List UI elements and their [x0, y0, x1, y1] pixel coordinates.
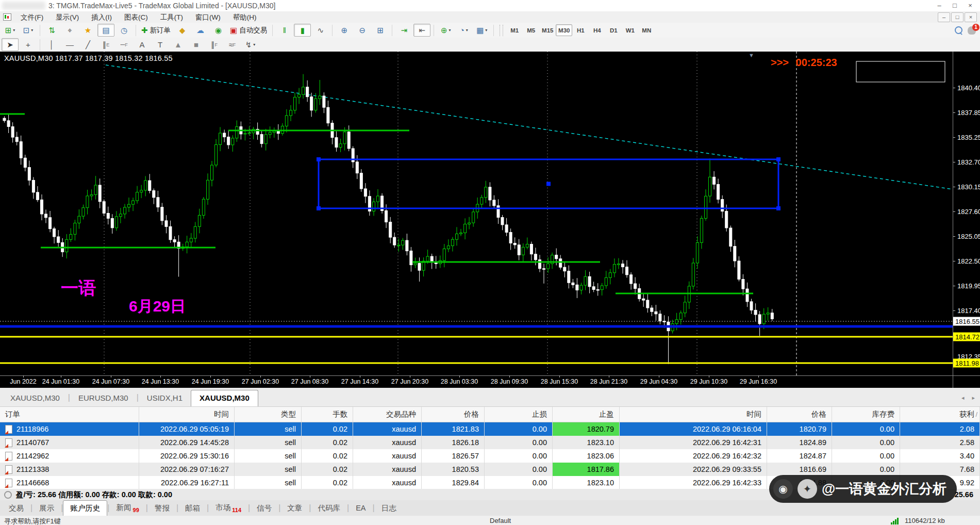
- profiles-button[interactable]: ⊡▾: [20, 24, 37, 37]
- chart-tab-0[interactable]: XAUUSD,M30: [2, 390, 68, 406]
- mdi-close-button[interactable]: ×: [965, 12, 977, 22]
- timeframe-mn[interactable]: MN: [638, 24, 655, 36]
- order-row-21118966[interactable]: 211189662022.06.29 05:05:19sell0.02xauus…: [0, 422, 980, 436]
- waves-tool[interactable]: ≈F: [224, 38, 241, 51]
- label-tool[interactable]: T: [152, 38, 169, 51]
- orders-header-3[interactable]: 手数: [302, 407, 353, 422]
- template-button[interactable]: ▦▾: [473, 24, 490, 37]
- terminal-tab-3[interactable]: 新闻 99: [109, 500, 145, 516]
- trendline-tool[interactable]: ╱: [79, 38, 96, 51]
- triangle-tool[interactable]: ▲: [170, 38, 187, 51]
- terminal-button[interactable]: ▤: [97, 24, 114, 37]
- chart-tab-2[interactable]: USIDX,H1: [139, 390, 191, 406]
- market-watch-button[interactable]: ⇅: [43, 24, 60, 37]
- mdi-minimize-button[interactable]: –: [938, 12, 950, 22]
- signals-button[interactable]: ◉: [210, 24, 227, 37]
- menu-item-5[interactable]: 窗口(W): [189, 12, 227, 23]
- terminal-tab-9[interactable]: 代码库: [311, 501, 347, 516]
- timeframe-m15[interactable]: M15: [539, 24, 556, 36]
- terminal-tab-6[interactable]: 市场 114: [209, 500, 248, 516]
- terminal-tab-5[interactable]: 邮箱: [178, 501, 207, 516]
- orders-header-7[interactable]: 止盈: [553, 407, 620, 422]
- order-row-21142962[interactable]: 211429622022.06.29 15:30:16sell0.02xauus…: [0, 449, 980, 463]
- terminal-tab-11[interactable]: 日志: [375, 501, 403, 516]
- horizontal-line-tool[interactable]: —: [61, 38, 78, 51]
- strategy-tester-button[interactable]: ◷: [115, 24, 132, 37]
- status-profile[interactable]: Default: [490, 517, 511, 524]
- terminal-tab-1[interactable]: 展示: [32, 501, 61, 516]
- orders-header-6[interactable]: 止损: [485, 407, 553, 422]
- order-cell: 21146668: [0, 476, 139, 489]
- terminal-tab-2[interactable]: 账户历史: [63, 500, 107, 516]
- arrows-tool[interactable]: ↯▾: [242, 38, 259, 51]
- lines-tool[interactable]: ∥F: [206, 38, 223, 51]
- orders-header-10[interactable]: 库存费: [832, 407, 900, 422]
- orders-header-4[interactable]: 交易品种: [353, 407, 422, 422]
- candlestick-chart[interactable]: [0, 52, 953, 375]
- crosshair-tool[interactable]: +: [20, 38, 37, 51]
- chart-area[interactable]: XAUUSD,M30 1817.37 1817.39 1815.32 1816.…: [0, 52, 980, 388]
- line-chart-button[interactable]: ∿: [312, 24, 329, 37]
- orders-header-1[interactable]: 时间: [139, 407, 235, 422]
- auto-scroll-button[interactable]: ⇥: [395, 24, 412, 37]
- orders-header-11[interactable]: 获利/: [900, 407, 980, 422]
- orders-header-9[interactable]: 价格: [767, 407, 832, 422]
- new-chart-button[interactable]: ⊞▾: [2, 24, 19, 37]
- mdi-restore-button[interactable]: □: [951, 12, 964, 22]
- orders-header-8[interactable]: 时间: [620, 407, 767, 422]
- maximize-button[interactable]: □: [947, 0, 962, 11]
- chart-shift-button[interactable]: ⇤: [413, 24, 430, 37]
- cloud-button[interactable]: ☁: [192, 24, 209, 37]
- close-button[interactable]: ×: [962, 0, 978, 11]
- candlestick-button[interactable]: ▮: [294, 24, 311, 37]
- zoom-in-button[interactable]: ⊕: [336, 24, 353, 37]
- navigator-button[interactable]: ★: [79, 24, 96, 37]
- terminal-tab-8[interactable]: 文章: [280, 501, 309, 516]
- search-icon[interactable]: [955, 26, 962, 34]
- timeframe-h4[interactable]: H4: [589, 24, 605, 36]
- new-order-button[interactable]: ✚新订单: [139, 24, 173, 37]
- chart-tab-scroll-arrows[interactable]: ◂ ▸: [961, 395, 978, 406]
- timeframe-d1[interactable]: D1: [605, 24, 622, 36]
- vertical-line-tool[interactable]: │: [43, 38, 60, 51]
- tile-windows-button[interactable]: ⊞: [372, 24, 389, 37]
- menu-item-6[interactable]: 帮助(H): [227, 12, 263, 23]
- menu-item-4[interactable]: 工具(T): [154, 12, 189, 23]
- terminal-tab-0[interactable]: 交易: [2, 501, 30, 516]
- fibonacci-tool[interactable]: ┄F: [115, 38, 132, 51]
- menu-item-3[interactable]: 图表(C): [118, 12, 154, 23]
- orders-header-5[interactable]: 价格: [422, 407, 485, 422]
- menu-item-1[interactable]: 显示(V): [49, 12, 85, 23]
- timeframe-m1[interactable]: M1: [506, 24, 523, 36]
- terminal-tab-7[interactable]: 信号: [250, 501, 278, 516]
- chart-tab-3[interactable]: XAUUSD,M30: [191, 390, 258, 406]
- terminal-tab-4[interactable]: 警报: [148, 501, 176, 516]
- indicators-button[interactable]: ◆: [174, 24, 191, 37]
- timeframe-m5[interactable]: M5: [523, 24, 539, 36]
- chart-tab-1[interactable]: EURUSD,M30: [70, 390, 137, 406]
- zoom-out-button[interactable]: ⊖: [354, 24, 371, 37]
- cursor-tool[interactable]: ➤: [2, 38, 19, 51]
- order-row-21140767[interactable]: 211407672022.06.29 14:45:28sell0.02xauus…: [0, 436, 980, 449]
- rectangle-tool[interactable]: ■: [188, 38, 205, 51]
- menu-item-2[interactable]: 插入(I): [85, 12, 118, 23]
- timeframe-m30[interactable]: M30: [556, 24, 572, 36]
- text-tool[interactable]: A: [134, 38, 151, 51]
- menu-item-0[interactable]: 文件(F): [14, 12, 49, 23]
- orders-header-0[interactable]: 订单: [0, 407, 139, 422]
- autotrading-button[interactable]: ▣自动交易: [228, 24, 269, 37]
- channel-tool[interactable]: ∥E: [97, 38, 114, 51]
- summary-text: 盈/亏: 25.66 信用额: 0.00 存款: 0.00 取款: 0.00: [16, 490, 172, 500]
- timeframe-w1[interactable]: W1: [622, 24, 638, 36]
- order-row-21121338[interactable]: 211213382022.06.29 07:16:27sell0.02xauus…: [0, 463, 980, 476]
- data-window-button[interactable]: ⌖: [61, 24, 78, 37]
- minimize-button[interactable]: –: [932, 0, 947, 11]
- bar-chart-button[interactable]: ǁ: [276, 24, 293, 37]
- orders-header-2[interactable]: 类型: [235, 407, 302, 422]
- period-button[interactable]: ◔▾: [455, 24, 472, 37]
- add-indicator-button[interactable]: ⊕▾: [437, 24, 454, 37]
- timeframe-h1[interactable]: H1: [572, 24, 589, 36]
- order-cell: 1817.86: [553, 463, 620, 476]
- terminal-tab-10[interactable]: EA: [349, 501, 372, 515]
- notification-icon[interactable]: 1: [968, 26, 976, 35]
